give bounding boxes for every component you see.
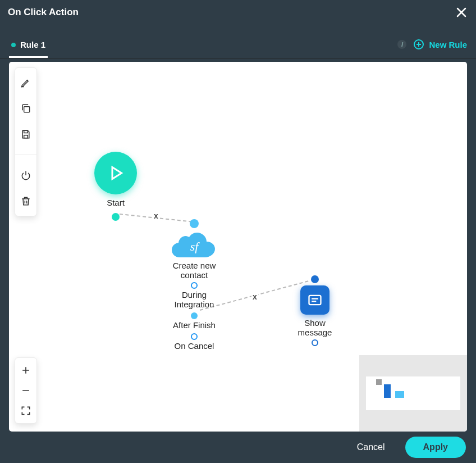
tab-bar: Rule 1 i New Rule	[0, 25, 476, 58]
port-label: During Integration	[175, 290, 214, 309]
active-dot-icon	[11, 43, 16, 47]
port-label: After Finish	[173, 320, 216, 330]
svg-rect-6	[24, 107, 30, 112]
svg-rect-7	[24, 130, 28, 133]
trash-icon	[20, 196, 31, 207]
minimap-node	[376, 379, 382, 385]
toolbar-separator	[15, 155, 36, 155]
output-port-on-cancel[interactable]	[191, 333, 198, 340]
message-icon-box	[300, 285, 329, 315]
output-port-during[interactable]	[191, 282, 198, 289]
minimap-node	[384, 384, 391, 398]
info-icon[interactable]: i	[397, 40, 406, 49]
minimap-viewport	[366, 376, 460, 410]
minimap[interactable]	[359, 355, 467, 432]
output-port[interactable]	[112, 213, 120, 221]
node-start[interactable]: Start	[94, 152, 137, 221]
fullscreen-icon	[20, 405, 31, 416]
edge-delete-button[interactable]: x	[251, 292, 258, 301]
on-click-action-modal: On Click Action Rule 1 i New Rule	[0, 0, 476, 463]
message-icon	[307, 292, 323, 308]
svg-marker-15	[112, 167, 122, 179]
canvas-toolbar	[15, 67, 37, 216]
play-icon	[106, 163, 126, 183]
tabs: Rule 1	[9, 25, 48, 58]
copy-icon	[20, 103, 31, 114]
copy-button[interactable]	[19, 102, 33, 115]
node-label: Create new contact	[161, 261, 228, 280]
port-label: On Cancel	[175, 341, 214, 351]
svg-rect-8	[24, 135, 28, 138]
node-show-message[interactable]: Show message	[290, 275, 340, 346]
flow-canvas[interactable]: x x Start sf Create new contact	[9, 62, 467, 432]
edit-button[interactable]	[19, 76, 33, 89]
modal-title: On Click Action	[8, 7, 79, 18]
salesforce-glyph: sf	[172, 239, 217, 254]
modal-footer: Cancel Apply	[0, 432, 476, 463]
input-port[interactable]	[190, 219, 199, 228]
cloud-icon: sf	[172, 229, 217, 258]
minus-icon	[20, 385, 31, 396]
zoom-out-button[interactable]	[19, 384, 33, 397]
node-create-contact[interactable]: sf Create new contact During Integration…	[161, 219, 228, 351]
output-port-after-finish[interactable]	[191, 312, 198, 319]
close-button[interactable]	[455, 6, 468, 19]
new-rule-label: New Rule	[429, 40, 467, 49]
tab-label: Rule 1	[20, 40, 45, 49]
close-icon	[456, 7, 467, 18]
canvas-area: x x Start sf Create new contact	[0, 58, 476, 432]
input-port[interactable]	[311, 275, 319, 283]
titlebar: On Click Action	[0, 0, 476, 25]
save-button[interactable]	[19, 128, 33, 141]
zoom-toolbar	[15, 357, 37, 424]
output-port[interactable]	[312, 339, 318, 346]
svg-rect-16	[309, 296, 321, 305]
cancel-button[interactable]: Cancel	[354, 442, 388, 453]
plus-circle-icon	[413, 39, 424, 50]
delete-button[interactable]	[19, 194, 33, 208]
fit-button[interactable]	[19, 404, 33, 417]
pencil-icon	[20, 77, 31, 88]
apply-button[interactable]: Apply	[405, 437, 466, 458]
tab-rule-1[interactable]: Rule 1	[9, 40, 48, 58]
plus-icon	[20, 365, 31, 376]
power-icon	[20, 170, 31, 181]
save-icon	[20, 129, 31, 140]
zoom-in-button[interactable]	[19, 364, 33, 377]
edge-delete-button[interactable]: x	[153, 211, 159, 220]
tab-actions: i New Rule	[397, 39, 467, 58]
new-rule-button[interactable]: New Rule	[413, 39, 467, 50]
node-label: Show message	[290, 318, 340, 337]
power-button[interactable]	[19, 169, 33, 182]
node-label: Start	[107, 198, 125, 207]
minimap-node	[395, 391, 404, 398]
start-icon-circle	[94, 152, 137, 194]
